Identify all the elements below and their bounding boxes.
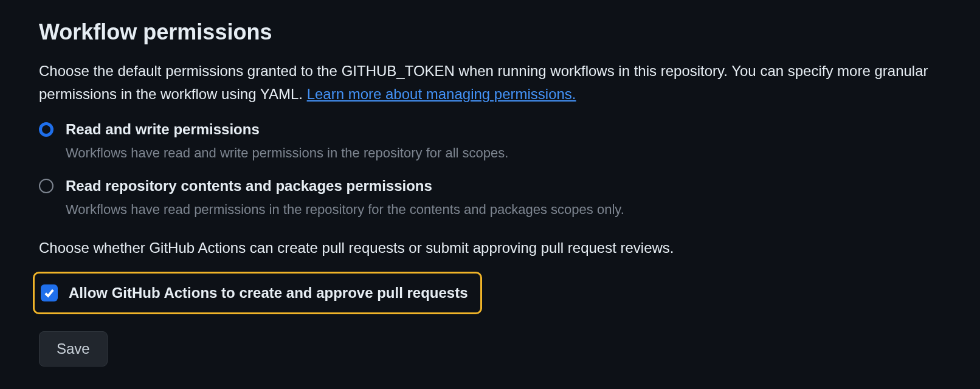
section-description: Choose the default permissions granted t… [39,60,941,106]
radio-content: Read repository contents and packages pe… [66,177,941,219]
checkmark-icon [43,287,55,299]
checkbox-option-allow-pr[interactable]: Allow GitHub Actions to create and appro… [33,272,482,314]
checkbox-icon[interactable] [41,284,58,301]
checkbox-subtext: Choose whether GitHub Actions can create… [39,236,941,260]
radio-option-read-only[interactable]: Read repository contents and packages pe… [39,177,941,219]
radio-content: Read and write permissions Workflows hav… [66,121,941,163]
radio-description: Workflows have read and write permission… [66,143,941,163]
radio-group: Read and write permissions Workflows hav… [39,121,941,219]
save-button[interactable]: Save [39,331,108,367]
learn-more-link[interactable]: Learn more about managing permissions. [307,86,576,102]
radio-label[interactable]: Read and write permissions [66,121,941,138]
checkbox-label[interactable]: Allow GitHub Actions to create and appro… [69,284,468,301]
radio-option-read-write[interactable]: Read and write permissions Workflows hav… [39,121,941,163]
radio-button-icon[interactable] [39,179,53,193]
radio-label[interactable]: Read repository contents and packages pe… [66,177,941,194]
radio-button-icon[interactable] [39,122,53,137]
radio-description: Workflows have read permissions in the r… [66,199,941,219]
section-title: Workflow permissions [39,19,941,45]
